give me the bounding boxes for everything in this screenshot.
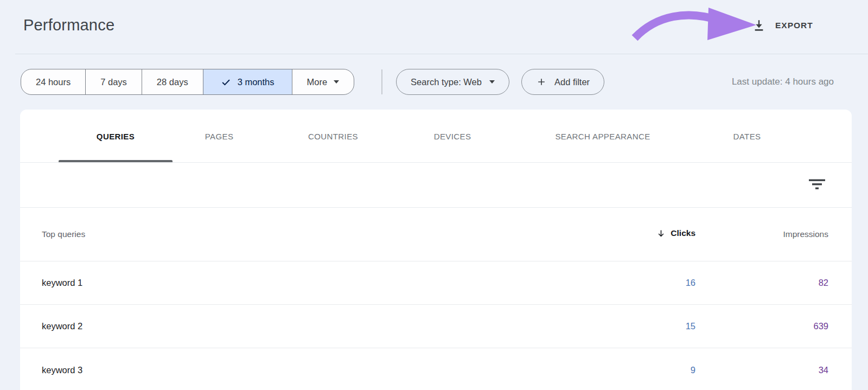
header-divider — [15, 54, 868, 54]
table-row[interactable]: keyword 2 15 639 — [20, 305, 852, 348]
impressions-cell: 34 — [695, 365, 828, 375]
clicks-header-label: Clicks — [671, 228, 695, 238]
sort-arrow-down-icon — [656, 229, 666, 238]
date-range-label: 24 hours — [36, 77, 71, 87]
impressions-cell: 82 — [695, 278, 828, 288]
table-filter-button[interactable] — [804, 174, 830, 196]
date-range-label: 28 days — [157, 77, 188, 87]
plus-icon — [536, 76, 547, 87]
search-type-dropdown[interactable]: Search type: Web — [396, 69, 509, 95]
add-filter-button[interactable]: Add filter — [521, 69, 604, 95]
toolbar-divider — [381, 69, 382, 94]
impressions-cell: 639 — [695, 321, 828, 331]
tab-devices[interactable]: DEVICES — [434, 131, 471, 140]
caret-down-icon — [334, 80, 339, 84]
tab-search-appearance[interactable]: SEARCH APPEARANCE — [555, 131, 650, 140]
tab-countries[interactable]: COUNTRIES — [308, 131, 358, 140]
date-range-more-dropdown[interactable]: More — [292, 69, 354, 94]
more-label: More — [307, 77, 328, 87]
performance-page: Performance EXPORT 24 hours 7 days 28 da… — [0, 0, 868, 390]
clicks-cell: 15 — [609, 321, 695, 331]
table-header-row: Top queries Clicks Impressions — [20, 208, 852, 261]
toolbar: 24 hours 7 days 28 days 3 months More Se… — [21, 69, 868, 95]
export-label: EXPORT — [775, 21, 813, 30]
purple-annotation-arrow-icon — [628, 7, 758, 42]
caret-down-icon — [489, 80, 495, 84]
checkmark-icon — [221, 77, 231, 87]
search-type-label: Search type: Web — [411, 77, 482, 87]
date-range-3-months[interactable]: 3 months — [203, 69, 292, 94]
download-icon — [752, 18, 766, 33]
date-range-24-hours[interactable]: 24 hours — [21, 69, 85, 94]
tab-pages[interactable]: PAGES — [205, 131, 234, 140]
table-row[interactable]: keyword 1 16 82 — [20, 261, 852, 305]
report-card: QUERIES PAGES COUNTRIES DEVICES SEARCH A… — [20, 110, 852, 390]
table-toolbar — [20, 163, 852, 208]
add-filter-label: Add filter — [554, 77, 590, 87]
column-header-clicks[interactable]: Clicks — [609, 228, 695, 240]
date-range-filter: 24 hours 7 days 28 days 3 months More — [21, 69, 354, 95]
column-header-top-queries[interactable]: Top queries — [20, 229, 609, 239]
clicks-cell: 16 — [609, 278, 695, 288]
query-cell: keyword 1 — [20, 278, 609, 288]
column-header-impressions[interactable]: Impressions — [695, 229, 828, 239]
tab-bar: QUERIES PAGES COUNTRIES DEVICES SEARCH A… — [20, 110, 852, 163]
table-row[interactable]: keyword 3 9 34 — [20, 348, 852, 390]
query-cell: keyword 3 — [20, 365, 609, 375]
tab-dates[interactable]: DATES — [733, 131, 761, 140]
date-range-label: 3 months — [238, 77, 275, 87]
date-range-28-days[interactable]: 28 days — [142, 69, 203, 94]
last-update-text: Last update: 4 hours ago — [732, 76, 868, 87]
date-range-label: 7 days — [100, 77, 127, 87]
tab-queries[interactable]: QUERIES — [97, 131, 135, 140]
active-tab-underline — [59, 160, 173, 162]
page-title: Performance — [23, 16, 114, 34]
filter-list-icon — [808, 178, 826, 190]
clicks-cell: 9 — [609, 365, 695, 375]
date-range-7-days[interactable]: 7 days — [85, 69, 142, 94]
export-button[interactable]: EXPORT — [752, 13, 813, 38]
query-cell: keyword 2 — [20, 321, 609, 331]
